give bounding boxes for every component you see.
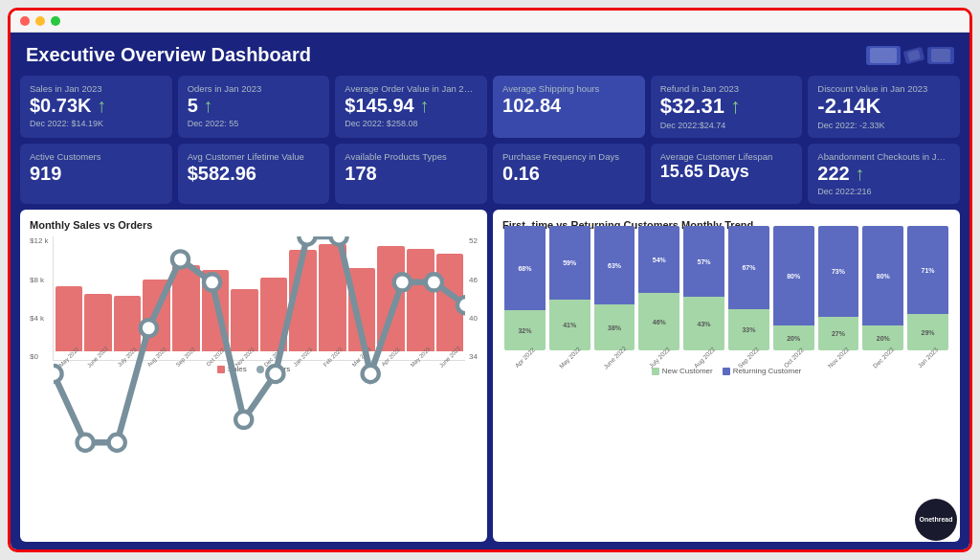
bar — [319, 244, 346, 352]
metrics-row-1: Sales in Jan 2023 $0.73K ↑ Dec 2022: $14… — [11, 76, 969, 144]
metric-value-r1-1: 5 ↑ — [188, 94, 321, 117]
metric-value-r2-0: 919 — [30, 162, 163, 185]
charts-row: Monthly Sales vs Orders $12 k $8 k $4 k … — [11, 210, 969, 549]
stacked-bar-wrap: 80% 20% — [862, 226, 903, 350]
stacked-col: 68% 32% Apr 2022 — [504, 226, 546, 361]
seg-top: 68% — [504, 226, 546, 310]
stacked-bar-wrap: 57% 43% — [683, 226, 724, 350]
svg-point-6 — [235, 412, 252, 428]
title-bar — [11, 11, 969, 33]
metric-label-r2-4: Average Customer Lifespan — [660, 151, 793, 162]
seg-bottom: 41% — [549, 300, 590, 350]
bar — [202, 270, 230, 351]
window-frame: Executive Overview Dashboard Sales in Ja… — [8, 8, 972, 552]
bar — [172, 265, 200, 351]
bar-col: Nov 2022 — [231, 240, 258, 360]
bar-col: Jan 2023 — [289, 240, 317, 360]
stacked-col: 59% 41% May 2022 — [549, 226, 590, 361]
bar-col: May 2022 — [56, 240, 83, 360]
metric-value-r2-4: 15.65 Days — [660, 162, 793, 183]
metric-label-r2-1: Avg Customer Lifetime Value — [188, 151, 321, 162]
metric-card-row1-5: Discount Value in Jan 2023 -2.14K Dec 20… — [808, 76, 960, 138]
sales-orders-chart: Monthly Sales vs Orders $12 k $8 k $4 k … — [20, 210, 487, 542]
bar — [231, 289, 258, 351]
seg-bottom: 27% — [818, 317, 859, 350]
stacked-col: 57% 43% Aug 2022 — [683, 226, 724, 361]
legend-orders: Orders — [256, 365, 290, 373]
close-dot[interactable] — [20, 16, 30, 26]
stacked-col: 54% 46% July 2022 — [638, 226, 679, 361]
stacked-bar-wrap: 73% 27% — [818, 226, 859, 350]
stacked-bar-wrap: 67% 33% — [728, 226, 769, 350]
stacked-bar-wrap: 59% 41% — [549, 226, 590, 350]
metric-card-row2-3: Purchase Frequency in Days 0.16 — [493, 144, 645, 204]
legend-sales: Sales — [217, 365, 247, 373]
metric-label-r2-2: Available Products Types — [345, 151, 478, 162]
stacked-col: 73% 27% Nov 2022 — [818, 226, 859, 361]
metric-sub-r1-5: Dec 2022: -2.33K — [817, 121, 950, 130]
stacked-bar-wrap: 68% 32% — [504, 226, 546, 350]
bar — [56, 286, 83, 352]
svg-point-1 — [77, 435, 93, 451]
metric-label-r1-4: Refund in Jan 2023 — [660, 83, 793, 94]
metric-value-r1-2: $145.94 ↑ — [345, 94, 478, 117]
bars-area: May 2022 June 2022 July 2022 Aug 2022 Se… — [53, 236, 466, 361]
sales-dot — [217, 366, 225, 373]
bar-col: Mar 2023 — [348, 240, 376, 360]
metric-card-row1-0: Sales in Jan 2023 $0.73K ↑ Dec 2022: $14… — [20, 76, 172, 138]
bar-col: Aug 2022 — [143, 240, 170, 360]
returning-customer-dot — [723, 368, 730, 375]
header-icon-group — [866, 46, 954, 65]
chart1-area: $12 k $8 k $4 k $0 May 2022 June 2022 Ju… — [30, 236, 478, 532]
metric-value-r1-5: -2.14K — [817, 94, 950, 119]
seg-top: 63% — [594, 226, 635, 304]
metric-value-r2-2: 178 — [345, 162, 478, 185]
header-icon-1 — [866, 46, 901, 65]
orders-dot — [256, 366, 264, 373]
metric-label-r1-1: Oders in Jan 2023 — [188, 83, 321, 94]
badge-text: Onethread — [919, 516, 952, 524]
seg-top: 80% — [773, 226, 814, 325]
bar — [436, 254, 464, 352]
stacked-col: 80% 20% Oct 2022 — [773, 226, 814, 361]
stacked-bar-wrap: 80% 20% — [773, 226, 814, 350]
metric-card-row2-4: Average Customer Lifespan 15.65 Days — [651, 144, 803, 204]
y2-axis-labels: 52 46 40 34 — [465, 236, 478, 361]
stacked-col: 67% 33% Sep 2022 — [728, 226, 769, 361]
metric-label-r1-0: Sales in Jan 2023 — [30, 83, 163, 94]
bar — [143, 280, 170, 351]
bar — [114, 296, 142, 352]
seg-top: 59% — [549, 226, 590, 300]
seg-top: 57% — [683, 226, 724, 297]
bar — [260, 278, 288, 352]
bar-col: Dec 2022 — [260, 240, 288, 360]
seg-bottom: 38% — [594, 304, 635, 350]
seg-bottom: 46% — [638, 293, 679, 350]
bar — [377, 246, 405, 351]
metric-card-row1-1: Oders in Jan 2023 5 ↑ Dec 2022: 55 — [178, 76, 330, 138]
stacked-col: 80% 20% Dec 2022 — [862, 226, 903, 361]
seg-top: 54% — [638, 226, 679, 293]
seg-top: 67% — [728, 226, 769, 309]
metric-sub-r1-4: Dec 2022:$24.74 — [660, 121, 793, 130]
metric-card-row2-5: Abandonment Checkouts in Jan 2023 222 ↑ … — [808, 144, 960, 204]
chart1-legend: Sales Orders — [30, 365, 478, 373]
maximize-dot[interactable] — [51, 16, 60, 26]
chart2-area: 68% 32% Apr 2022 59% 41% May 2022 63% 38… — [502, 236, 950, 532]
metrics-row-2: Active Customers 919 Avg Customer Lifeti… — [11, 144, 969, 210]
onethread-badge: Onethread — [915, 499, 957, 541]
bar-col: July 2022 — [114, 240, 142, 360]
metric-label-r1-2: Average Order Value in Jan 2023 — [345, 83, 478, 94]
minimize-dot[interactable] — [35, 16, 45, 26]
y-axis-labels: $12 k $8 k $4 k $0 — [30, 236, 53, 361]
bar — [84, 294, 112, 351]
customers-trend-chart: First- time vs Returning Customers Month… — [493, 210, 960, 542]
dashboard: Executive Overview Dashboard Sales in Ja… — [11, 33, 969, 549]
stacked-bars-area: 68% 32% Apr 2022 59% 41% May 2022 63% 38… — [502, 236, 950, 361]
legend-new-customer: New Customer — [652, 367, 713, 375]
bar-col: Feb 2023 — [319, 240, 346, 360]
bar — [289, 250, 317, 351]
bar-col: Oct 2022 — [202, 240, 230, 360]
seg-bottom: 20% — [862, 325, 903, 350]
dashboard-title: Executive Overview Dashboard — [26, 44, 311, 66]
